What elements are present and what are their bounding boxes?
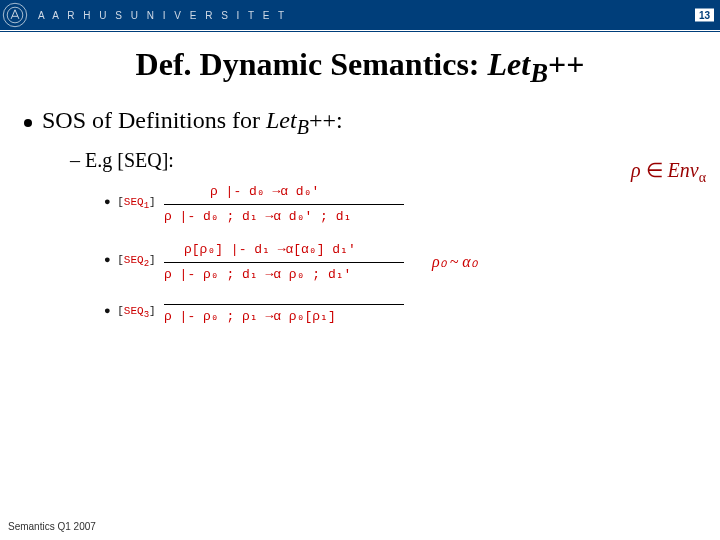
annot-lhs: ρ xyxy=(631,159,641,181)
rule-seq3: ● [SEQ3] ρ |- ρ₀ ; ρ₁ →α ρ₀[ρ₁] xyxy=(104,298,720,327)
rule-conclusion: ρ |- ρ₀ ; d₁ →α ρ₀ ; d₁' xyxy=(164,265,351,285)
label-post: ] xyxy=(149,254,156,266)
header-divider xyxy=(0,31,720,32)
rule-premise: ρ[ρ₀] |- d₁ →α[α₀] d₁' xyxy=(164,240,356,260)
rule-label: ● [SEQ2] xyxy=(104,252,164,272)
env-annotation: ρ ∈ Envα xyxy=(631,158,706,186)
content-area: SOS of Definitions for LetB++: – E.g [SE… xyxy=(24,107,720,326)
label-name: SEQ xyxy=(124,254,144,266)
title-prefix: Def. Dynamic Semantics: xyxy=(136,46,488,82)
inference-line xyxy=(164,262,404,263)
slide-header: A A R H U S U N I V E R S I T E T 13 xyxy=(0,0,720,30)
rule-premise: ρ |- d₀ →α d₀' xyxy=(164,182,319,202)
bullet-dot-icon xyxy=(24,119,32,127)
slide-number: 13 xyxy=(695,9,714,22)
bullet-level-2: – E.g [SEQ]: xyxy=(70,149,720,172)
rule-label: ● [SEQ1] xyxy=(104,194,164,214)
inference-line xyxy=(164,204,404,205)
label-post: ] xyxy=(149,305,156,317)
inference-line xyxy=(164,304,404,305)
svg-point-0 xyxy=(3,3,26,26)
title-lang-sub: B xyxy=(530,58,548,88)
label-post: ] xyxy=(149,196,156,208)
annot-sym: ∈ xyxy=(641,159,668,181)
rule-seq1: ● [SEQ1] ρ |- d₀ →α d₀' ρ |- d₀ ; d₁ →α … xyxy=(104,182,720,226)
annot-sub: α xyxy=(699,170,706,185)
slide-footer: Semantics Q1 2007 xyxy=(8,521,96,532)
rule-conclusion: ρ |- ρ₀ ; ρ₁ →α ρ₀[ρ₁] xyxy=(164,307,336,327)
rule-body: ρ |- d₀ →α d₀' ρ |- d₀ ; d₁ →α d₀' ; d₁ xyxy=(164,182,404,226)
university-name: A A R H U S U N I V E R S I T E T xyxy=(38,10,287,21)
bullet1-lang-sub: B xyxy=(297,116,309,138)
label-pre: ● [ xyxy=(104,196,124,208)
rule-body: ρ[ρ₀] |- d₁ →α[α₀] d₁' ρ |- ρ₀ ; d₁ →α ρ… xyxy=(164,240,404,284)
rule-label: ● [SEQ3] xyxy=(104,303,164,323)
label-pre: ● [ xyxy=(104,305,124,317)
inference-rules: ● [SEQ1] ρ |- d₀ →α d₀' ρ |- d₀ ; d₁ →α … xyxy=(104,182,720,327)
label-name: SEQ xyxy=(124,196,144,208)
slide-title: Def. Dynamic Semantics: LetB++ xyxy=(0,46,720,89)
annot-rhs: Env xyxy=(668,159,699,181)
title-lang-name: Let xyxy=(488,46,531,82)
label-name: SEQ xyxy=(124,305,144,317)
rule-conclusion: ρ |- d₀ ; d₁ →α d₀' ; d₁ xyxy=(164,207,351,227)
bullet1-post: ++: xyxy=(309,107,343,133)
university-seal-icon xyxy=(0,0,30,30)
bullet1-prefix: SOS of Definitions for xyxy=(42,107,266,133)
bullet1-lang-name: Let xyxy=(266,107,297,133)
title-post: ++ xyxy=(548,46,584,82)
bullet-level-1: SOS of Definitions for LetB++: xyxy=(24,107,720,139)
rule-side-condition: ρ₀ ~ α₀ xyxy=(432,250,477,274)
label-pre: ● [ xyxy=(104,254,124,266)
rule-body: ρ |- ρ₀ ; ρ₁ →α ρ₀[ρ₁] xyxy=(164,298,404,327)
rule-seq2: ● [SEQ2] ρ[ρ₀] |- d₁ →α[α₀] d₁' ρ |- ρ₀ … xyxy=(104,240,720,284)
